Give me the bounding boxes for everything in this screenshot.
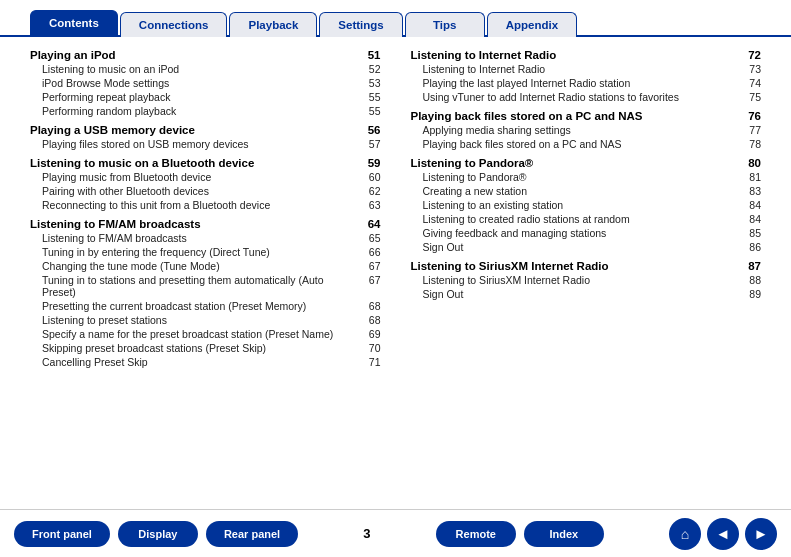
- toc-row: Playing music from Bluetooth device60: [30, 170, 381, 184]
- home-button[interactable]: ⌂: [669, 518, 701, 550]
- toc-page: 52: [361, 63, 381, 75]
- display-button[interactable]: Display: [118, 521, 198, 547]
- toc-page: 85: [741, 227, 761, 239]
- toc-section-label: Listening to Internet Radio: [411, 49, 742, 61]
- tab-playback[interactable]: Playback: [229, 12, 317, 37]
- tab-connections[interactable]: Connections: [120, 12, 228, 37]
- toc-label: Playing music from Bluetooth device: [42, 171, 357, 183]
- toc-section-label: Playing an iPod: [30, 49, 361, 61]
- toc-section-header: Listening to FM/AM broadcasts64: [30, 218, 381, 230]
- toc-row: Presetting the current broadcast station…: [30, 299, 381, 313]
- toc-label: Playing files stored on USB memory devic…: [42, 138, 357, 150]
- toc-page: 68: [361, 300, 381, 312]
- toc-page: 70: [361, 342, 381, 354]
- footer-nav: ⌂ ◄ ►: [669, 518, 777, 550]
- toc-label: Performing random playback: [42, 105, 357, 117]
- toc-section-header: Listening to music on a Bluetooth device…: [30, 157, 381, 169]
- toc-page: 60: [361, 171, 381, 183]
- toc-page: 74: [741, 77, 761, 89]
- toc-row: Changing the tune mode (Tune Mode)67: [30, 259, 381, 273]
- toc-label: Reconnecting to this unit from a Bluetoo…: [42, 199, 357, 211]
- toc-label: Listening to Internet Radio: [423, 63, 738, 75]
- toc-row: Listening to created radio stations at r…: [411, 212, 762, 226]
- toc-page: 84: [741, 199, 761, 211]
- toc-section-page: 56: [361, 124, 381, 136]
- toc-label: Presetting the current broadcast station…: [42, 300, 357, 312]
- toc-row: Listening to Internet Radio73: [411, 62, 762, 76]
- toc-row: Pairing with other Bluetooth devices62: [30, 184, 381, 198]
- toc-section-page: 64: [361, 218, 381, 230]
- toc-label: Listening to SiriusXM Internet Radio: [423, 274, 738, 286]
- toc-label: Using vTuner to add Internet Radio stati…: [423, 91, 738, 103]
- toc-row: Tuning in by entering the frequency (Dir…: [30, 245, 381, 259]
- toc-section-page: 51: [361, 49, 381, 61]
- toc-row: Creating a new station83: [411, 184, 762, 198]
- toc-page: 75: [741, 91, 761, 103]
- toc-row: Cancelling Preset Skip71: [30, 355, 381, 369]
- toc-section-header: Listening to Pandora®80: [411, 157, 762, 169]
- toc-row: Listening to FM/AM broadcasts65: [30, 231, 381, 245]
- toc-row: Playing the last played Internet Radio s…: [411, 76, 762, 90]
- toc-label: Applying media sharing settings: [423, 124, 738, 136]
- toc-row: Listening to an existing station84: [411, 198, 762, 212]
- toc-row: Sign Out86: [411, 240, 762, 254]
- toc-label: Playing the last played Internet Radio s…: [423, 77, 738, 89]
- toc-label: Changing the tune mode (Tune Mode): [42, 260, 357, 272]
- front-panel-button[interactable]: Front panel: [14, 521, 110, 547]
- toc-page: 53: [361, 77, 381, 89]
- toc-page: 68: [361, 314, 381, 326]
- tab-contents[interactable]: Contents: [30, 10, 118, 37]
- toc-row: Sign Out89: [411, 287, 762, 301]
- toc-page: 73: [741, 63, 761, 75]
- toc-page: 55: [361, 91, 381, 103]
- toc-row: Specify a name for the preset broadcast …: [30, 327, 381, 341]
- toc-page: 65: [361, 232, 381, 244]
- toc-page: 71: [361, 356, 381, 368]
- toc-label: Listening to Pandora®: [423, 171, 738, 183]
- toc-section-header: Playing an iPod51: [30, 49, 381, 61]
- toc-page: 69: [361, 328, 381, 340]
- tab-appendix[interactable]: Appendix: [487, 12, 577, 37]
- index-button[interactable]: Index: [524, 521, 604, 547]
- main-content: Playing an iPod51Listening to music on a…: [0, 37, 791, 486]
- toc-section-header: Listening to SiriusXM Internet Radio87: [411, 260, 762, 272]
- toc-label: Skipping preset broadcast stations (Pres…: [42, 342, 357, 354]
- toc-page: 77: [741, 124, 761, 136]
- toc-label: Pairing with other Bluetooth devices: [42, 185, 357, 197]
- toc-label: Giving feedback and managing stations: [423, 227, 738, 239]
- toc-row: Performing repeat playback55: [30, 90, 381, 104]
- toc-page: 88: [741, 274, 761, 286]
- toc-row: Giving feedback and managing stations85: [411, 226, 762, 240]
- toc-section-page: 72: [741, 49, 761, 61]
- toc-row: Applying media sharing settings77: [411, 123, 762, 137]
- toc-page: 66: [361, 246, 381, 258]
- toc-page: 78: [741, 138, 761, 150]
- toc-row: Listening to Pandora®81: [411, 170, 762, 184]
- toc-label: Performing repeat playback: [42, 91, 357, 103]
- tab-tips[interactable]: Tips: [405, 12, 485, 37]
- rear-panel-button[interactable]: Rear panel: [206, 521, 298, 547]
- toc-section-label: Playing a USB memory device: [30, 124, 361, 136]
- toc-row: Playing files stored on USB memory devic…: [30, 137, 381, 151]
- back-button[interactable]: ◄: [707, 518, 739, 550]
- remote-button[interactable]: Remote: [436, 521, 516, 547]
- toc-section-label: Listening to music on a Bluetooth device: [30, 157, 361, 169]
- toc-label: Tuning in by entering the frequency (Dir…: [42, 246, 357, 258]
- toc-section-label: Listening to SiriusXM Internet Radio: [411, 260, 742, 272]
- toc-section-label: Listening to FM/AM broadcasts: [30, 218, 361, 230]
- toc-page: 55: [361, 105, 381, 117]
- toc-label: Creating a new station: [423, 185, 738, 197]
- toc-page: 89: [741, 288, 761, 300]
- toc-section-label: Playing back files stored on a PC and NA…: [411, 110, 742, 122]
- toc-row: Playing back files stored on a PC and NA…: [411, 137, 762, 151]
- toc-label: Tuning in to stations and presetting the…: [42, 274, 357, 298]
- toc-label: Listening to preset stations: [42, 314, 357, 326]
- toc-page: 86: [741, 241, 761, 253]
- tab-settings[interactable]: Settings: [319, 12, 402, 37]
- toc-row: iPod Browse Mode settings53: [30, 76, 381, 90]
- toc-page: 83: [741, 185, 761, 197]
- toc-section-label: Listening to Pandora®: [411, 157, 742, 169]
- forward-button[interactable]: ►: [745, 518, 777, 550]
- toc-row: Performing random playback55: [30, 104, 381, 118]
- toc-page: 62: [361, 185, 381, 197]
